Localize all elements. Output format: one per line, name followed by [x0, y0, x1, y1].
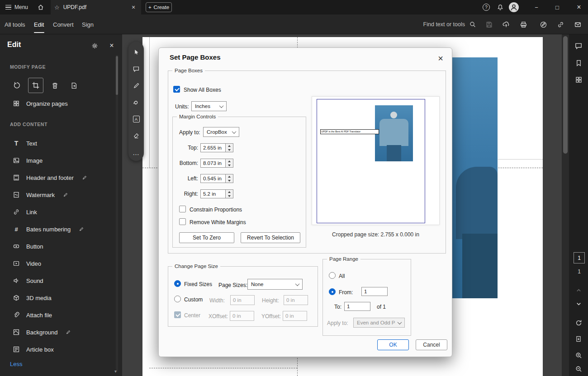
sidebar-scrollbar[interactable]: [116, 55, 118, 371]
right-toolbar: 1 1: [569, 34, 588, 376]
less-link[interactable]: Less: [10, 361, 22, 367]
of-total-label: of 1: [377, 304, 386, 310]
link-share-button[interactable]: [555, 19, 566, 30]
page-sizes-dropdown[interactable]: None: [247, 279, 303, 290]
sidebar-scrollbar-thumb[interactable]: [116, 56, 118, 95]
dialog-close-button[interactable]: ×: [434, 52, 447, 65]
current-page-input[interactable]: 1: [574, 252, 585, 263]
chevron-down-icon: [295, 282, 300, 286]
rotate-page-button[interactable]: [9, 78, 24, 93]
help-button[interactable]: ?: [481, 2, 492, 13]
apply-to-dropdown[interactable]: CropBox: [203, 127, 239, 137]
sidebar-scroll-down-icon[interactable]: ▾: [114, 369, 117, 374]
delete-page-button[interactable]: [47, 78, 62, 93]
sidebar-item-video[interactable]: Video: [5, 256, 116, 271]
panel-settings-button[interactable]: [89, 40, 100, 52]
right-input[interactable]: [200, 189, 226, 198]
sidebar-item-attach-file[interactable]: Attach file: [5, 307, 116, 323]
window-close-button[interactable]: ×: [570, 0, 588, 14]
find-text-or-tools[interactable]: Find text or tools: [408, 19, 476, 30]
panel-close-button[interactable]: ×: [106, 40, 118, 52]
from-radio[interactable]: [329, 288, 336, 295]
sidebar-item-header-footer[interactable]: Header and footer: [5, 170, 116, 185]
to-input[interactable]: [344, 302, 370, 311]
custom-radio[interactable]: [174, 296, 181, 302]
zoom-in-button[interactable]: [573, 350, 584, 361]
window-minimize-button[interactable]: −: [527, 0, 545, 14]
comment-tool-button[interactable]: [129, 61, 143, 77]
extract-page-button[interactable]: [66, 78, 81, 93]
previous-page-button[interactable]: [573, 285, 584, 296]
right-stepper[interactable]: [226, 189, 233, 198]
remove-white-margins-checkbox[interactable]: [179, 218, 186, 225]
tab-edit[interactable]: Edit: [34, 18, 44, 31]
left-stepper[interactable]: [226, 174, 233, 183]
refresh-view-button[interactable]: [573, 317, 584, 328]
document-tab[interactable]: ☆ UPDF.pdf ×: [51, 0, 141, 14]
refresh-icon: [575, 319, 583, 327]
notifications-button[interactable]: [495, 2, 506, 13]
create-tab-button[interactable]: + Create: [146, 2, 172, 12]
thumbnails-panel-button[interactable]: [573, 74, 584, 85]
more-tools-button[interactable]: …: [129, 144, 143, 161]
preview-overlay-text: UPDF is the Best AI PDF Translator: [320, 129, 379, 134]
from-input[interactable]: [361, 287, 388, 296]
set-to-zero-button[interactable]: Set To Zero: [179, 232, 234, 243]
chevron-down-icon: [575, 301, 582, 307]
yoffset-label: YOffset:: [261, 313, 281, 320]
tab-sign[interactable]: Sign: [82, 18, 94, 31]
export-page-button[interactable]: [573, 334, 584, 344]
email-button[interactable]: [572, 19, 583, 30]
home-button[interactable]: [34, 2, 47, 13]
lasso-tool-button[interactable]: [129, 94, 143, 111]
sidebar-item-watermark[interactable]: Watermark: [5, 187, 116, 202]
all-pages-radio[interactable]: [329, 272, 336, 279]
sidebar-item-image[interactable]: Image: [5, 153, 116, 168]
paperclip-icon: [13, 311, 20, 319]
tab-close-icon[interactable]: ×: [129, 4, 138, 11]
sidebar-item-organize-pages[interactable]: Organize pages: [5, 96, 116, 111]
modify-page-heading: MODIFY PAGE: [10, 64, 46, 70]
show-all-boxes-checkbox[interactable]: [173, 86, 180, 93]
next-page-button[interactable]: [573, 298, 584, 309]
left-input[interactable]: [200, 174, 226, 183]
comments-panel-button[interactable]: [573, 41, 584, 52]
sidebar-item-sound[interactable]: Sound: [5, 273, 116, 288]
eraser-tool-button[interactable]: [129, 127, 143, 144]
window-maximize-button[interactable]: □: [548, 0, 566, 14]
print-button[interactable]: [517, 19, 529, 30]
crop-page-button[interactable]: [28, 78, 43, 93]
ok-button[interactable]: OK: [377, 339, 409, 350]
sidebar-item-3d-media[interactable]: 3D media: [5, 290, 116, 306]
sidebar-item-button[interactable]: Button: [5, 239, 116, 254]
sidebar-item-bates-numbering[interactable]: # Bates numbering: [5, 221, 116, 237]
pen-tool-button[interactable]: [129, 77, 143, 94]
fixed-sizes-radio[interactable]: [174, 280, 181, 287]
cancel-button[interactable]: Cancel: [416, 339, 447, 350]
quick-tools-toolbar: A …: [128, 42, 144, 161]
tab-convert[interactable]: Convert: [53, 18, 74, 31]
select-tool-button[interactable]: [129, 44, 143, 61]
star-icon[interactable]: ☆: [54, 4, 60, 11]
sidebar-item-background[interactable]: Background: [5, 324, 116, 340]
account-avatar[interactable]: [509, 2, 519, 12]
tab-all-tools[interactable]: All tools: [5, 18, 25, 31]
bottom-stepper[interactable]: [226, 159, 233, 168]
zoom-out-button[interactable]: [573, 363, 584, 374]
edit-text-tool-button[interactable]: A: [129, 111, 143, 127]
revert-to-selection-button[interactable]: Revert To Selection: [241, 232, 300, 243]
preview-photo: [375, 105, 413, 161]
menu-button[interactable]: Menu: [3, 2, 31, 13]
canvas-scrollbar-thumb[interactable]: [563, 36, 568, 154]
units-dropdown[interactable]: Inches: [191, 101, 227, 111]
top-stepper[interactable]: [226, 143, 233, 152]
sidebar-item-article-box[interactable]: Article box: [5, 342, 116, 357]
sidebar-item-text[interactable]: T Text: [5, 136, 116, 151]
cloud-upload-button[interactable]: [500, 19, 512, 30]
signature-button[interactable]: [537, 19, 549, 30]
bookmarks-panel-button[interactable]: [573, 57, 584, 68]
top-input[interactable]: [200, 143, 226, 152]
bottom-input[interactable]: [200, 159, 226, 168]
sidebar-item-link[interactable]: Link: [5, 204, 116, 220]
constrain-proportions-checkbox[interactable]: [179, 206, 186, 212]
